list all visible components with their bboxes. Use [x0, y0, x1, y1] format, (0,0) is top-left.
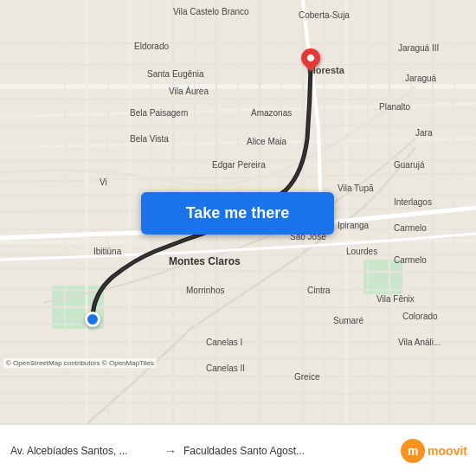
- origin-text: Av. Alcebíades Santos, ...: [10, 445, 158, 457]
- moovit-brand-text: moovit: [428, 444, 467, 458]
- osm-attribution: © OpenStreetMap contributors © OpenMapTi…: [3, 358, 157, 368]
- pin-head: [297, 44, 324, 71]
- moovit-logo: m moovit: [392, 439, 476, 463]
- route-info: Av. Alcebíades Santos, ... → Faculdades …: [0, 444, 392, 458]
- origin-dot: [85, 312, 100, 327]
- take-me-there-button[interactable]: Take me there: [141, 192, 334, 235]
- destination-pin: [301, 48, 320, 73]
- moovit-icon: m: [401, 439, 425, 463]
- arrow-icon: →: [164, 444, 177, 458]
- svg-rect-2: [363, 260, 402, 294]
- bottom-bar: Av. Alcebíades Santos, ... → Faculdades …: [0, 424, 476, 476]
- destination-text: Faculdades Santo Agost...: [183, 445, 331, 457]
- map-container: Vila Castelo BrancoCoberta-SujaEldoradoF…: [0, 0, 476, 424]
